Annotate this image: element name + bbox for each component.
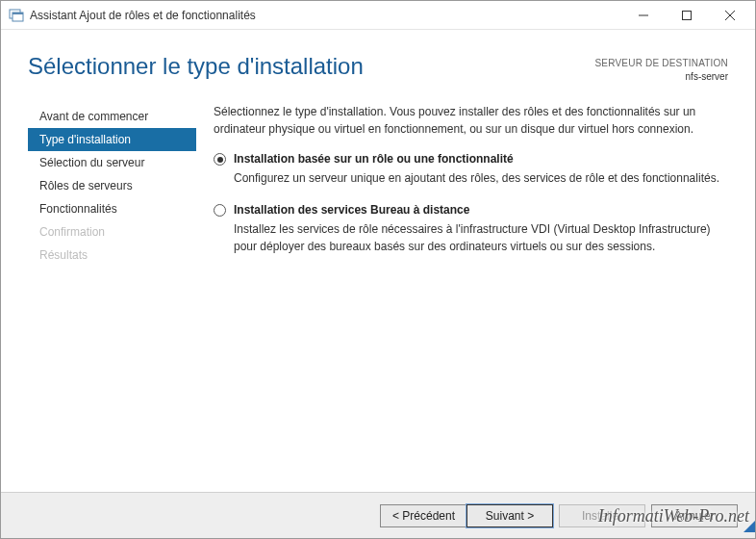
option-remote-desktop[interactable]: Installation des services Bureau à dista… <box>214 202 728 255</box>
destination-box: SERVEUR DE DESTINATION nfs-server <box>595 57 729 84</box>
step-label: Fonctionnalités <box>39 202 117 216</box>
install-button: Installer <box>559 504 645 527</box>
minimize-button[interactable] <box>621 1 665 29</box>
wizard-content: Avant de commencer Type d'installation S… <box>1 84 755 465</box>
radio-icon[interactable] <box>214 204 226 217</box>
option-text: Installation basée sur un rôle ou une fo… <box>234 151 719 187</box>
window-title: Assistant Ajout de rôles et de fonctionn… <box>30 9 621 22</box>
step-results: Résultats <box>28 244 196 267</box>
button-label: Annuler <box>674 509 714 523</box>
watermark-accent-icon <box>743 521 755 532</box>
cancel-button[interactable]: Annuler <box>651 504 738 527</box>
wizard-header: Sélectionner le type d'installation SERV… <box>1 30 755 84</box>
intro-text: Sélectionnez le type d'installation. Vou… <box>214 103 728 138</box>
option-title: Installation basée sur un rôle ou une fo… <box>234 151 719 167</box>
option-text: Installation des services Bureau à dista… <box>234 202 728 255</box>
button-label: Installer <box>582 509 622 523</box>
page-title: Sélectionner le type d'installation <box>28 53 364 80</box>
step-label: Sélection du serveur <box>39 156 144 169</box>
step-label: Résultats <box>39 248 88 262</box>
option-role-based[interactable]: Installation basée sur un rôle ou une fo… <box>214 151 728 187</box>
step-label: Confirmation <box>39 225 105 239</box>
previous-button[interactable]: < Précédent <box>380 504 466 527</box>
close-button[interactable] <box>708 1 751 29</box>
radio-icon[interactable] <box>214 153 226 166</box>
option-desc: Installez les services de rôle nécessair… <box>234 220 728 255</box>
option-desc: Configurez un serveur unique en ajoutant… <box>234 169 719 187</box>
button-bar: < Précédent Suivant > Installer Annuler <box>1 492 755 538</box>
main-panel: Sélectionnez le type d'installation. Vou… <box>196 103 728 465</box>
maximize-button[interactable] <box>665 1 708 29</box>
step-before-you-begin[interactable]: Avant de commencer <box>28 105 196 128</box>
svg-rect-4 <box>682 11 691 19</box>
step-label: Rôles de serveurs <box>39 179 133 192</box>
titlebar: Assistant Ajout de rôles et de fonctionn… <box>1 1 755 30</box>
step-label: Type d'installation <box>39 133 131 146</box>
step-server-selection[interactable]: Sélection du serveur <box>28 151 196 174</box>
destination-value: nfs-server <box>595 70 729 84</box>
steps-list: Avant de commencer Type d'installation S… <box>28 103 196 465</box>
nav-button-group: < Précédent Suivant > <box>380 504 553 527</box>
step-confirmation: Confirmation <box>28 220 196 244</box>
step-features[interactable]: Fonctionnalités <box>28 197 196 220</box>
step-installation-type[interactable]: Type d'installation <box>28 128 196 151</box>
button-label: Suivant > <box>486 509 534 523</box>
svg-marker-7 <box>743 521 755 532</box>
step-server-roles[interactable]: Rôles de serveurs <box>28 174 196 197</box>
next-button[interactable]: Suivant > <box>466 504 553 527</box>
app-icon <box>9 8 24 23</box>
option-title: Installation des services Bureau à dista… <box>234 202 728 218</box>
destination-label: SERVEUR DE DESTINATION <box>595 57 729 70</box>
button-label: < Précédent <box>392 509 455 523</box>
svg-rect-2 <box>13 13 23 14</box>
step-label: Avant de commencer <box>39 110 148 123</box>
